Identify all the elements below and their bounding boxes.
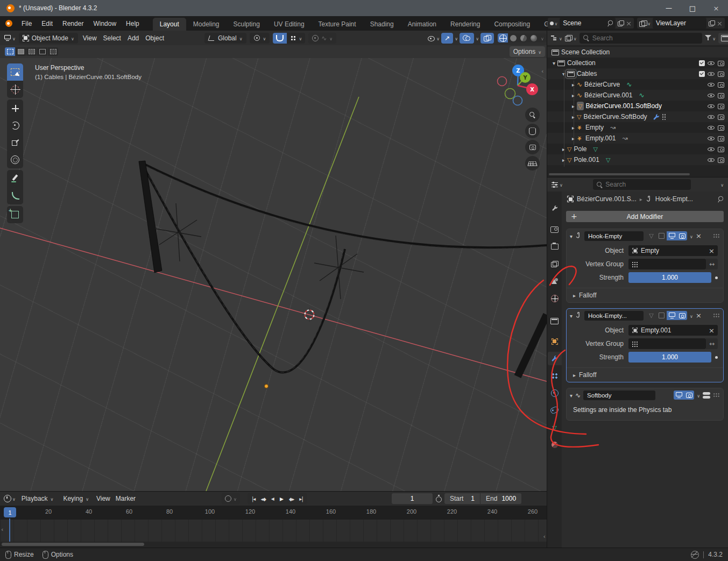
modifier-extras-dropdown[interactable] [697, 392, 700, 399]
outliner-row-pole[interactable]: Pole [547, 144, 728, 154]
tab-tool[interactable] [548, 201, 562, 215]
select-mode-invert[interactable] [37, 47, 47, 56]
outliner-row-cables[interactable]: Cables [547, 68, 728, 79]
camera-icon[interactable] [717, 93, 725, 98]
shading-wireframe-button[interactable] [498, 33, 508, 42]
outliner-row-beziercurve-001-softbody[interactable]: BézierCurve.001.SoftBody [547, 101, 728, 111]
tool-scale[interactable] [7, 134, 23, 151]
mode-selector[interactable]: Object Mode [19, 33, 78, 44]
pan-button[interactable] [525, 124, 540, 138]
auto-keying-toggle[interactable] [222, 493, 240, 504]
tab-scene[interactable] [548, 274, 562, 288]
vertex-group-field[interactable] [628, 338, 706, 349]
snap-toggle[interactable] [273, 33, 287, 44]
tab-sculpting[interactable]: Sculpting [227, 18, 267, 31]
transform-orientation[interactable]: Global [204, 33, 246, 44]
outliner-item-label[interactable]: BézierCurve.SoftBody [584, 113, 647, 120]
tab-view-layer[interactable] [548, 257, 562, 271]
eye-icon[interactable] [707, 135, 715, 142]
end-frame-field[interactable]: End1000 [480, 493, 521, 504]
modifier-extras-dropdown[interactable] [690, 233, 693, 239]
menu-help[interactable]: Help [121, 20, 144, 27]
overlays-toggle[interactable] [460, 33, 474, 44]
outliner-row-scene-collection[interactable]: Scene Collection [547, 47, 728, 58]
options-button[interactable]: Options [510, 46, 545, 57]
select-mode-intersect[interactable] [48, 47, 58, 56]
cable-taut[interactable] [141, 162, 547, 247]
eye-icon[interactable] [707, 124, 715, 131]
menu-select[interactable]: Select [102, 34, 123, 42]
minimize-button[interactable] [657, 0, 681, 16]
new-collection-button[interactable] [718, 33, 728, 44]
modifier-name-field[interactable]: Hook-Empty [584, 231, 644, 241]
region-divider-outliner-props[interactable] [547, 177, 728, 177]
network-offline-icon[interactable] [691, 551, 699, 559]
delete-modifier-icon[interactable] [696, 232, 702, 239]
menu-file[interactable]: File [17, 20, 37, 27]
toggle-realtime-display[interactable] [667, 231, 677, 240]
playhead-line[interactable] [9, 519, 10, 542]
tab-world[interactable] [548, 292, 562, 305]
projection-toggle-button[interactable] [525, 156, 540, 171]
gizmos-dropdown[interactable] [455, 35, 458, 41]
empty-object-1[interactable] [155, 203, 201, 261]
scene-name-field[interactable]: Scene [560, 18, 616, 29]
vertex-group-field[interactable] [628, 259, 706, 269]
outliner-item-label[interactable]: BézierCurve.001.SoftBody [586, 102, 662, 110]
pole-right[interactable] [518, 315, 547, 377]
unlink-scene-icon[interactable] [626, 20, 632, 27]
eye-icon[interactable] [707, 81, 715, 88]
tab-physics[interactable] [548, 386, 562, 400]
invert-vertex-group-button[interactable] [706, 259, 718, 269]
checkbox-icon[interactable] [699, 60, 705, 66]
tab-texture-paint[interactable]: Texture Paint [312, 18, 363, 31]
stopwatch-icon[interactable] [436, 495, 442, 502]
gizmo-minus-x[interactable] [498, 77, 507, 86]
menu-window[interactable]: Window [88, 20, 121, 27]
drag-grip-icon[interactable] [713, 233, 720, 238]
timeline-ruler[interactable]: 20 40 60 80 100 120 140 160 180 200 220 … [0, 506, 547, 520]
toggle-render-display[interactable] [677, 231, 687, 240]
keying-menu[interactable]: Keying [59, 493, 93, 504]
toggle-render-display[interactable] [684, 390, 694, 400]
editor-type-button[interactable] [4, 35, 16, 41]
toggle-realtime-display[interactable] [674, 390, 684, 400]
delete-modifier-icon[interactable] [696, 312, 702, 319]
menu-render[interactable]: Render [58, 20, 88, 27]
toggle-edit-mode-display[interactable] [656, 231, 667, 240]
jump-to-start-button[interactable] [250, 495, 257, 502]
tab-object-data[interactable] [548, 421, 562, 434]
new-scene-icon[interactable] [618, 20, 624, 26]
outliner-editor-type-button[interactable] [551, 35, 562, 41]
close-button[interactable] [704, 0, 728, 16]
camera-view-button[interactable] [525, 140, 540, 154]
clear-object-icon[interactable] [709, 247, 715, 254]
toggle-render-display[interactable] [677, 311, 687, 320]
modifier-name-field[interactable]: Hook-Empty... [584, 311, 644, 321]
outliner-row-beziercurve[interactable]: BézierCurve [547, 79, 728, 90]
tab-rendering[interactable]: Rendering [443, 18, 487, 31]
marker-menu[interactable]: Marker [114, 495, 137, 502]
camera-icon[interactable] [717, 71, 725, 77]
tab-object[interactable] [548, 335, 562, 348]
tool-move[interactable] [7, 100, 23, 117]
checkbox-icon[interactable] [699, 71, 705, 77]
eye-icon[interactable] [707, 92, 715, 99]
view-menu[interactable]: View [95, 495, 112, 502]
channel-expand-arrow[interactable] [1, 526, 3, 532]
camera-icon[interactable] [717, 60, 725, 66]
visibility-dropdown[interactable] [428, 35, 440, 41]
tab-uv-editing[interactable]: UV Editing [267, 18, 312, 31]
eye-icon[interactable] [707, 113, 715, 120]
camera-icon[interactable] [717, 157, 725, 163]
viewlayer-icon[interactable] [639, 20, 651, 26]
animate-property-dot[interactable] [715, 276, 718, 279]
tool-annotate[interactable] [7, 170, 23, 187]
camera-icon[interactable] [717, 125, 725, 131]
properties-options-dropdown[interactable] [720, 181, 724, 188]
region-divider-vertical[interactable] [547, 31, 547, 548]
remove-viewlayer-icon[interactable] [717, 20, 723, 27]
outliner-row-empty-001[interactable]: Empty.001 [547, 133, 728, 144]
tab-modifiers[interactable] [548, 352, 562, 365]
eye-icon[interactable] [707, 60, 715, 67]
